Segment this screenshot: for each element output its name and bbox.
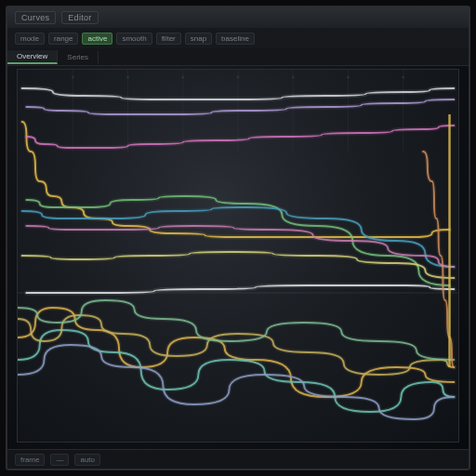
- window-subtitle: Editor: [61, 11, 98, 24]
- toolbar: mode range active smooth filter snap bas…: [7, 28, 469, 49]
- toolbar-item-1[interactable]: range: [48, 33, 78, 45]
- toolbar-item-4[interactable]: snap: [185, 33, 212, 45]
- status-value: —: [50, 454, 69, 466]
- svg-point-7: [237, 76, 240, 79]
- toolbar-item-3[interactable]: filter: [156, 33, 181, 45]
- chart-svg: [18, 70, 458, 442]
- tab-1[interactable]: Series: [58, 51, 99, 63]
- svg-point-5: [181, 76, 184, 79]
- svg-point-1: [72, 76, 74, 79]
- tab-0[interactable]: Overview: [7, 50, 58, 64]
- chart-area[interactable]: [17, 69, 459, 443]
- series-s10: [18, 308, 454, 397]
- toolbar-item-5[interactable]: baseline: [216, 33, 255, 45]
- tabstrip: Overview Series: [7, 48, 469, 66]
- series-s2: [26, 126, 454, 148]
- svg-point-13: [402, 76, 404, 79]
- toolbar-item-0[interactable]: mode: [15, 33, 45, 45]
- toolbar-item-accent[interactable]: active: [82, 33, 112, 45]
- status-bar: frame — auto: [7, 449, 469, 469]
- status-right: auto: [74, 454, 100, 466]
- svg-point-3: [126, 76, 129, 79]
- svg-point-11: [347, 76, 350, 79]
- app-frame: Curves Editor mode range active smooth f…: [6, 6, 470, 470]
- svg-point-9: [292, 76, 295, 79]
- status-left: frame: [15, 454, 45, 466]
- window-title: Curves: [15, 11, 56, 24]
- toolbar-item-2[interactable]: smooth: [116, 33, 152, 45]
- titlebar: Curves Editor: [7, 7, 469, 29]
